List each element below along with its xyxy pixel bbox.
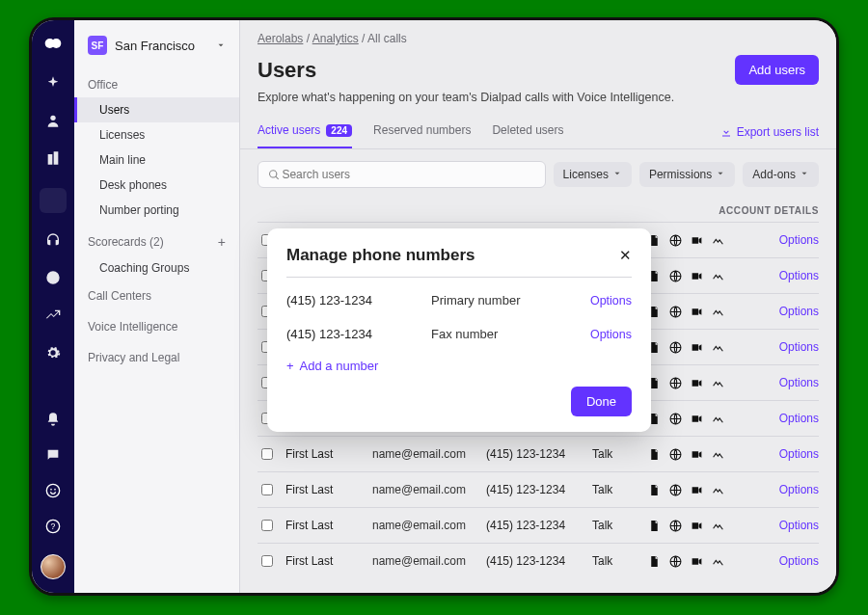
cell-icons bbox=[648, 234, 727, 247]
phone-type: Primary number bbox=[431, 293, 590, 308]
grid-icon[interactable] bbox=[40, 188, 67, 213]
sidebar-link-privacy-and-legal[interactable]: Privacy and Legal bbox=[74, 342, 239, 373]
row-options[interactable]: Options bbox=[779, 483, 819, 496]
cell-name: First Last bbox=[285, 554, 363, 568]
row-options[interactable]: Options bbox=[779, 447, 819, 461]
cell-email: name@email.com bbox=[372, 554, 476, 568]
search-input[interactable] bbox=[280, 167, 534, 182]
bell-icon[interactable] bbox=[45, 412, 61, 430]
cell-name: First Last bbox=[285, 519, 363, 532]
cell-icons bbox=[648, 341, 727, 354]
manage-numbers-modal: Manage phone numbers ✕ (415) 123-1234 Pr… bbox=[267, 228, 651, 432]
cell-icons bbox=[648, 484, 727, 496]
row-options[interactable]: Options bbox=[779, 376, 819, 389]
breadcrumb-sep1: / bbox=[303, 32, 312, 45]
building-icon[interactable] bbox=[45, 150, 61, 169]
table-row: First Last name@email.com (415) 123-1234… bbox=[258, 471, 819, 507]
sidebar-section-scorecards[interactable]: Scorecards (2) + bbox=[74, 228, 239, 255]
cell-phone: (415) 123-1234 bbox=[486, 554, 583, 568]
filter-addons-label: Add-ons bbox=[752, 168, 796, 181]
sidebar-item-desk-phones[interactable]: Desk phones bbox=[74, 173, 239, 198]
cell-name: First Last bbox=[285, 447, 363, 461]
org-picker[interactable]: SF San Francisco bbox=[74, 30, 239, 67]
add-number-link[interactable]: + Add a number bbox=[286, 351, 632, 377]
sparkle-icon[interactable] bbox=[45, 75, 61, 94]
nav-rail: ? bbox=[32, 20, 74, 593]
sidebar-item-coaching[interactable]: Coaching Groups bbox=[74, 255, 239, 281]
breadcrumb-analytics[interactable]: Analytics bbox=[312, 32, 359, 45]
sidebar: SF San Francisco Office UsersLicensesMai… bbox=[74, 20, 240, 593]
export-label: Export users list bbox=[737, 125, 819, 139]
number-options[interactable]: Options bbox=[590, 328, 632, 341]
row-checkbox[interactable] bbox=[261, 484, 273, 495]
plus-icon[interactable]: + bbox=[218, 234, 226, 250]
row-checkbox[interactable] bbox=[261, 555, 273, 567]
table-row: First Last name@email.com (415) 123-1234… bbox=[258, 507, 819, 543]
sidebar-item-number-porting[interactable]: Number porting bbox=[74, 198, 239, 223]
sidebar-item-main-line[interactable]: Main line bbox=[74, 147, 239, 173]
export-users-link[interactable]: Export users list bbox=[720, 125, 819, 139]
avatar[interactable] bbox=[41, 554, 66, 579]
tab-deleted[interactable]: Deleted users bbox=[492, 116, 563, 148]
phone-number: (415) 123-1234 bbox=[286, 293, 431, 308]
row-options[interactable]: Options bbox=[779, 340, 819, 354]
svg-point-2 bbox=[50, 116, 55, 120]
cell-icons bbox=[648, 555, 727, 568]
tab-active-users[interactable]: Active users 224 bbox=[258, 116, 352, 148]
breadcrumb: Aerolabs / Analytics / All calls bbox=[240, 20, 836, 49]
number-row: (415) 123-1234 Primary number Options bbox=[286, 283, 632, 317]
cell-email: name@email.com bbox=[372, 483, 476, 496]
phone-number: (415) 123-1234 bbox=[286, 327, 431, 341]
search-input-wrap[interactable] bbox=[258, 161, 546, 188]
chevron-down-icon bbox=[800, 168, 809, 181]
tab-reserved[interactable]: Reserved numbers bbox=[373, 116, 471, 148]
modal-title: Manage phone numbers bbox=[286, 246, 475, 265]
svg-point-1 bbox=[51, 39, 61, 48]
cell-dept: Talk bbox=[592, 447, 638, 461]
sidebar-link-call-centers[interactable]: Call Centers bbox=[74, 281, 239, 311]
cell-icons bbox=[648, 520, 727, 532]
help-icon[interactable]: ? bbox=[45, 519, 61, 537]
trend-icon[interactable] bbox=[45, 308, 61, 326]
cell-email: name@email.com bbox=[372, 447, 476, 461]
org-name: San Francisco bbox=[115, 39, 195, 53]
row-checkbox[interactable] bbox=[261, 520, 273, 531]
svg-point-4 bbox=[50, 489, 52, 491]
add-users-button[interactable]: Add users bbox=[735, 55, 819, 85]
row-options[interactable]: Options bbox=[779, 412, 819, 425]
number-options[interactable]: Options bbox=[590, 294, 632, 308]
filter-licenses[interactable]: Licenses bbox=[554, 162, 632, 187]
done-button[interactable]: Done bbox=[571, 387, 632, 416]
smile-icon[interactable] bbox=[45, 483, 61, 501]
add-number-label: Add a number bbox=[300, 359, 379, 373]
filter-addons[interactable]: Add-ons bbox=[743, 162, 819, 187]
row-options[interactable]: Options bbox=[779, 554, 819, 568]
headset-icon[interactable] bbox=[45, 232, 61, 251]
row-checkbox[interactable] bbox=[261, 448, 273, 460]
sidebar-item-users[interactable]: Users bbox=[74, 97, 239, 122]
close-icon[interactable]: ✕ bbox=[619, 247, 632, 264]
row-options[interactable]: Options bbox=[779, 269, 819, 282]
row-options[interactable]: Options bbox=[779, 305, 819, 318]
logo-icon[interactable] bbox=[43, 34, 63, 56]
sidebar-link-voice-intelligence[interactable]: Voice Intelligence bbox=[74, 311, 239, 342]
filter-permissions[interactable]: Permissions bbox=[639, 162, 735, 187]
chevron-down-icon bbox=[716, 168, 725, 181]
sidebar-section-office[interactable]: Office bbox=[74, 72, 239, 97]
clock-icon[interactable] bbox=[45, 270, 61, 288]
phone-type: Fax number bbox=[431, 327, 590, 341]
org-badge: SF bbox=[88, 36, 107, 55]
row-options[interactable]: Options bbox=[779, 233, 819, 247]
sidebar-item-licenses[interactable]: Licenses bbox=[74, 122, 239, 147]
person-icon[interactable] bbox=[45, 113, 61, 131]
cell-phone: (415) 123-1234 bbox=[486, 483, 583, 496]
row-options[interactable]: Options bbox=[779, 519, 819, 532]
page-subtext: Explore what's happening on your team's … bbox=[240, 89, 836, 116]
gear-icon[interactable] bbox=[45, 345, 61, 363]
breadcrumb-aerolabs[interactable]: Aerolabs bbox=[258, 32, 303, 45]
chevron-down-icon bbox=[216, 39, 226, 53]
number-row: (415) 123-1234 Fax number Options bbox=[286, 317, 632, 351]
chat-icon[interactable] bbox=[45, 447, 61, 466]
breadcrumb-sep2: / bbox=[359, 32, 367, 45]
breadcrumb-current: All calls bbox=[367, 32, 407, 45]
